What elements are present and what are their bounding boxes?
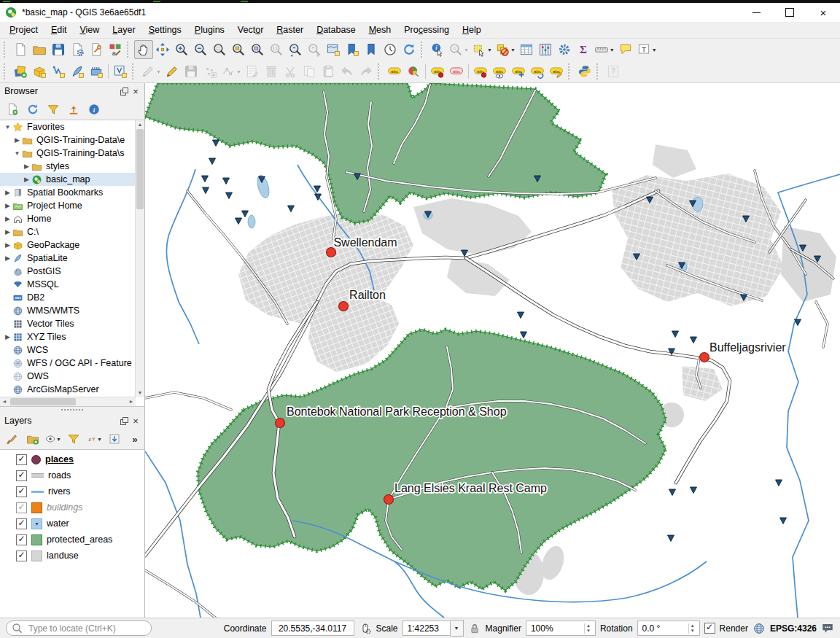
expand-icon[interactable]: ▶ — [22, 176, 31, 183]
processing-toolbox-button[interactable] — [555, 40, 574, 59]
zoom-last-button[interactable] — [286, 40, 305, 59]
browser-item-favorites[interactable]: ▼Favorites — [0, 120, 144, 133]
browser-vscrollbar[interactable]: ▲▼ — [135, 120, 144, 397]
close-button[interactable]: × — [806, 3, 840, 22]
panel-overflow-button[interactable]: » — [125, 430, 144, 448]
select-features-by-value-button[interactable]: ▼ — [447, 40, 470, 59]
move-label-button[interactable]: abc — [509, 62, 528, 81]
menu-edit[interactable]: Edit — [44, 23, 74, 36]
toolbar-grip[interactable] — [4, 42, 8, 58]
current-edits-button[interactable]: ▼ — [139, 62, 163, 81]
manage-map-themes-button[interactable]: ▼ — [44, 430, 63, 448]
pan-map-button[interactable] — [134, 40, 153, 59]
zoom-to-layer-button[interactable] — [248, 40, 267, 59]
rotation-input[interactable] — [641, 623, 687, 634]
show-spatial-bookmarks-button[interactable] — [362, 40, 381, 59]
collapse-all-button[interactable] — [64, 101, 83, 118]
layers-close-button[interactable]: × — [130, 416, 141, 426]
browser-item-project-home[interactable]: ▶Project Home — [0, 199, 144, 212]
show-layout-manager-button[interactable] — [87, 40, 106, 59]
crs-globe-icon[interactable] — [752, 622, 766, 635]
filter-browser-button[interactable] — [44, 101, 63, 118]
menu-layer[interactable]: Layer — [106, 23, 141, 36]
add-point-feature-button[interactable] — [201, 62, 219, 81]
browser-item-wfs-ogc-api-feature[interactable]: VWFS / OGC API - Feature — [0, 357, 144, 370]
minimize-button[interactable] — [739, 3, 773, 22]
zoom-out-button[interactable] — [191, 40, 210, 59]
save-project-button[interactable] — [49, 40, 68, 59]
cut-features-button[interactable] — [281, 62, 300, 81]
layer-row-protected_areas[interactable]: ✓protected_areas — [0, 532, 144, 548]
map-tips-button[interactable] — [616, 40, 635, 59]
highlight-pinned-labels-button[interactable]: abc — [447, 62, 466, 81]
browser-item-styles[interactable]: ▶styles — [0, 160, 144, 173]
show-statistical-summary-button[interactable]: Σ — [574, 40, 593, 59]
expand-icon[interactable]: ▶ — [3, 228, 12, 236]
scale-dropdown[interactable]: ▼ — [451, 620, 464, 637]
layers-float-button[interactable] — [118, 416, 130, 426]
expand-icon[interactable]: ▶ — [3, 254, 12, 262]
new-spatialite-layer-button[interactable] — [68, 62, 87, 81]
new-temporary-scratch-layer-button[interactable] — [87, 62, 106, 81]
help-contents-button[interactable]: ? — [604, 62, 623, 81]
collapse-icon[interactable]: ▼ — [12, 150, 22, 157]
layer-row-places[interactable]: ✓places — [0, 451, 144, 467]
browser-item-vector-tiles[interactable]: Vector Tiles — [0, 317, 144, 330]
zoom-to-selection-button[interactable] — [229, 40, 248, 59]
browser-item-db2[interactable]: DB2DB2 — [0, 291, 144, 304]
change-label-button[interactable]: abc — [547, 62, 566, 81]
refresh-browser-button[interactable] — [23, 101, 42, 118]
browser-item-wms-wmts[interactable]: WMS/WMTS — [0, 304, 144, 317]
expand-icon[interactable]: ▶ — [3, 333, 12, 341]
browser-item-arcgismapserver[interactable]: ArcGisMapServer — [0, 383, 144, 396]
zoom-full-button[interactable] — [210, 40, 229, 59]
new-print-layout-button[interactable] — [68, 40, 87, 59]
redo-button[interactable] — [357, 62, 376, 81]
pan-map-to-selection-button[interactable] — [153, 40, 172, 59]
browser-item-ows[interactable]: OWS — [0, 370, 144, 383]
open-attribute-table-button[interactable] — [517, 40, 536, 59]
new-geopackage-layer-button[interactable] — [30, 62, 49, 81]
menu-view[interactable]: View — [73, 23, 106, 36]
menu-vector[interactable]: Vector — [231, 23, 270, 36]
new-virtual-layer-button[interactable] — [111, 62, 130, 81]
rotation-field[interactable]: ▲▼ — [637, 621, 700, 636]
menu-settings[interactable]: Settings — [142, 23, 188, 36]
layer-row-buildings[interactable]: ✓buildings — [0, 499, 144, 516]
layer-row-water[interactable]: ✓▼water — [0, 516, 144, 532]
measure-line-button[interactable]: ▼ — [593, 40, 616, 59]
identify-features-button[interactable]: i — [428, 40, 447, 59]
render-checkbox[interactable]: ✓ — [704, 623, 715, 634]
magnifier-spinner[interactable]: ▲▼ — [584, 623, 592, 634]
coordinate-input[interactable] — [275, 623, 351, 634]
menu-help[interactable]: Help — [456, 23, 488, 36]
delete-selected-button[interactable] — [262, 62, 281, 81]
layer-visibility-checkbox[interactable]: ✓ — [16, 551, 27, 561]
python-console-button[interactable] — [575, 62, 594, 81]
browser-item-spatial-bookmarks[interactable]: ▶Spatial Bookmarks — [0, 186, 144, 199]
collapse-icon[interactable]: ▼ — [3, 124, 12, 131]
layer-row-landuse[interactable]: ✓landuse — [0, 548, 144, 564]
expand-icon[interactable]: ▶ — [22, 163, 31, 170]
coordinate-field[interactable] — [271, 621, 354, 636]
browser-item-postgis[interactable]: PostGIS — [0, 265, 144, 278]
magnifier-field[interactable]: ▲▼ — [526, 621, 596, 636]
show-hide-labels-button[interactable]: abc — [490, 62, 509, 81]
expand-icon[interactable]: ▶ — [3, 241, 12, 249]
new-map-view-button[interactable] — [324, 40, 343, 59]
browser-hscrollbar[interactable]: ◄► — [0, 397, 136, 406]
filter-legend-by-expression-button[interactable]: ε▼ — [85, 430, 104, 448]
layer-visibility-checkbox[interactable]: ✓ — [16, 486, 27, 497]
toggle-editing-button[interactable] — [163, 62, 182, 81]
scale-input[interactable] — [406, 623, 447, 634]
browser-close-button[interactable]: × — [130, 86, 141, 96]
coordinate-extents-icon[interactable] — [359, 622, 372, 635]
menu-raster[interactable]: Raster — [270, 23, 310, 36]
menu-plugins[interactable]: Plugins — [188, 23, 231, 36]
dock-splitter[interactable] — [0, 407, 144, 413]
menu-project[interactable]: Project — [3, 23, 44, 36]
zoom-next-button[interactable] — [305, 40, 324, 59]
layer-visibility-checkbox[interactable]: ✓ — [16, 534, 27, 545]
layer-diagram-options-button[interactable] — [404, 62, 423, 81]
magnifier-input[interactable] — [529, 623, 583, 634]
